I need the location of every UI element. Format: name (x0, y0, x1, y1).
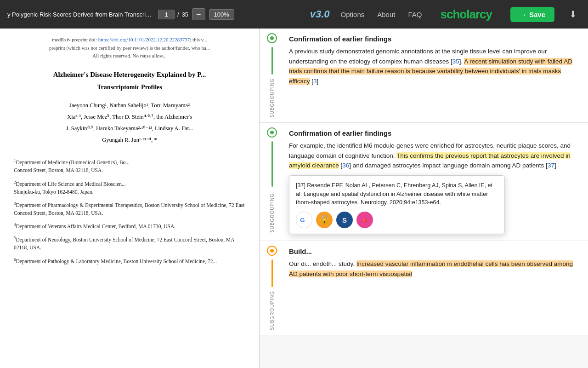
ref-35[interactable]: 35 (452, 58, 459, 65)
google-scholar-button[interactable]: G (296, 212, 312, 228)
meta-suffix: ; this v... (190, 37, 207, 42)
pdf-title: y Polygenic Risk Scores Derived from Bra… (7, 11, 154, 18)
save-button[interactable]: → Save (510, 7, 554, 22)
tooltip-popup: [37] Resende EPF, Nolan AL, Petersen C, … (289, 175, 505, 234)
paper-title-line1: Alzheimer's Disease Heterogeneity Explai… (14, 69, 245, 80)
semantic-scholar-button[interactable]: S (336, 212, 353, 228)
section2-text: For example, the identified M6 module-ge… (289, 141, 581, 171)
meta-line2: preprint (which was not certified by pee… (49, 45, 210, 51)
section1-label: Subgrouping (270, 78, 275, 118)
authors-line4: Gyungah R. Jun¹·¹³·¹⁴, * (14, 136, 245, 144)
zoom-level: 100% (209, 9, 234, 20)
highlight-vascular: Increased vascular inflammation in endot… (289, 260, 573, 277)
affiliation-1: 1Department of Medicine (Biomedical Gene… (14, 158, 245, 174)
highlight-simulation: A recent simulation study with failed AD… (289, 58, 572, 85)
meta-line3: All rights reserved. No reuse allow... (92, 53, 167, 58)
page-indicator: / 35 (158, 10, 188, 19)
page-separator: / (177, 11, 179, 18)
section3-title: Build... (289, 247, 581, 255)
scholarcy-logo: scholarcy (440, 7, 492, 22)
ref-37[interactable]: 37 (548, 162, 554, 169)
section2-label: Subgrouping (270, 190, 275, 236)
section2-bar (271, 141, 273, 187)
version-badge: v3.0 (310, 8, 330, 20)
pdf-meta: medRxiv preprint doi: https://doi.org/10… (14, 36, 245, 60)
save-icon: → (520, 11, 526, 18)
ref-36[interactable]: 36 (342, 162, 349, 169)
about-link[interactable]: About (377, 11, 395, 18)
pdf-panel: medRxiv preprint doi: https://doi.org/10… (0, 29, 260, 368)
unpaywall-button[interactable]: 🔺 (356, 212, 373, 228)
section3-bar (271, 259, 273, 287)
ref-3[interactable]: 3 (313, 78, 317, 85)
main-content: medRxiv preprint doi: https://doi.org/10… (0, 29, 588, 368)
page-input[interactable] (158, 10, 175, 19)
section2-bullet-inner (270, 131, 274, 134)
section1-title: Confirmation of earlier findings (289, 35, 581, 43)
affiliations: 1Department of Medicine (Biomedical Gene… (14, 158, 245, 265)
authors-line1: Jaeyoon Chung¹, Nathan Sahelijo¹, Toru M… (14, 101, 245, 110)
section1-text: A previous study demonstrated genomic an… (289, 46, 581, 86)
affiliation-6: 6Department of Pathology & Laboratory Me… (14, 257, 245, 265)
authors-line3: J. Saykin⁸·⁹, Haruko Takeyama²·¹⁰⁻¹², Li… (14, 124, 245, 133)
paper-title-line2: Transcriptomic Profiles (14, 82, 245, 92)
section1-bullet (267, 33, 277, 43)
section2-content: Confirmation of earlier findings For exa… (282, 123, 588, 241)
summary-panel: Subgrouping Confirmation of earlier find… (260, 29, 588, 368)
section3-text: Our di... endoth... study. Increased vas… (289, 259, 581, 279)
section1-bar (271, 47, 273, 75)
meta-url[interactable]: https://doi.org/10.1101/2022.12.20.22283… (98, 37, 190, 42)
affiliation-5: 5Department of Neurology, Boston Univers… (14, 235, 245, 252)
summary-section-1: Subgrouping Confirmation of earlier find… (260, 29, 588, 123)
section1-bullet-inner (270, 36, 274, 40)
options-link[interactable]: Options (341, 11, 365, 18)
download-button[interactable]: ⬇ (565, 7, 581, 22)
section1-indicator: Subgrouping (260, 29, 282, 122)
section3-label: Subgrouping (270, 291, 275, 330)
save-label: Save (529, 11, 545, 18)
highlight-astrocytes: This confirms the previous report that a… (289, 152, 571, 169)
page-total: 35 (182, 11, 188, 18)
section3-bullet-inner (270, 249, 274, 253)
nav-links: Options About FAQ (341, 11, 422, 18)
tooltip-ref-text: [37] Resende EPF, Nolan AL, Petersen C, … (296, 181, 498, 207)
affiliation-4: 4Department of Veterans Affairs Medical … (14, 222, 245, 230)
section1-content: Confirmation of earlier findings A previ… (282, 29, 588, 122)
section3-indicator: Subgrouping (260, 241, 282, 335)
section2-indicator: Subgrouping (260, 123, 282, 241)
zoom-out-button[interactable]: − (192, 8, 205, 20)
faq-link[interactable]: FAQ (408, 11, 422, 18)
meta-text: medRxiv preprint doi: (52, 37, 98, 42)
summary-section-2: Subgrouping Confirmation of earlier find… (260, 123, 588, 241)
authors-line2: Xia³·⁴, Jesse Mez⁵, Thor D. Stein⁴·⁶·⁷, … (14, 113, 245, 121)
summary-section-3: Subgrouping Build... Our di... endoth...… (260, 241, 588, 335)
section2-title: Confirmation of earlier findings (289, 129, 581, 137)
section2-bullet (267, 127, 277, 138)
section3-bullet (267, 246, 277, 256)
affiliation-2: 2Department of Life Science and Medical … (14, 179, 245, 196)
affiliation-3: 3Department of Pharmacology & Experiment… (14, 201, 245, 217)
tooltip-icons: G 🔓 S 🔺 (296, 212, 498, 228)
svg-text:G: G (300, 217, 305, 224)
open-access-button[interactable]: 🔓 (316, 212, 333, 228)
navbar: y Polygenic Risk Scores Derived from Bra… (0, 0, 588, 29)
navbar-left: y Polygenic Risk Scores Derived from Bra… (7, 8, 295, 20)
section3-content: Build... Our di... endoth... study. Incr… (282, 241, 588, 335)
